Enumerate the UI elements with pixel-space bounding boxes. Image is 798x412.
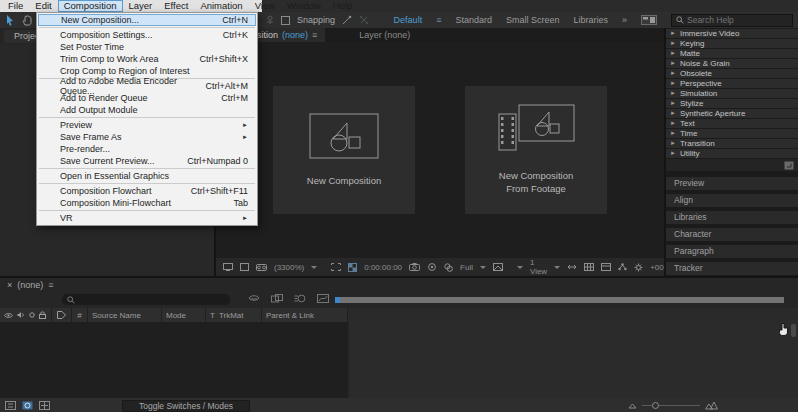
selection-tool-icon[interactable] bbox=[5, 15, 15, 26]
source-name-column[interactable]: Source Name bbox=[88, 308, 162, 322]
workspace-menu-icon[interactable]: ≡ bbox=[436, 15, 441, 25]
menu-item[interactable]: Add Output Module bbox=[37, 104, 257, 116]
effects-category-row[interactable]: ►Keying bbox=[666, 39, 798, 48]
time-ruler-area[interactable] bbox=[348, 308, 798, 322]
effects-category-row[interactable]: ►Transition bbox=[666, 139, 798, 148]
time-navigator[interactable] bbox=[335, 297, 784, 303]
menu-item[interactable]: Pre-render... bbox=[37, 143, 257, 155]
workspace-small-screen[interactable]: Small Screen bbox=[506, 15, 560, 25]
panel-flyout-icon[interactable] bbox=[784, 161, 794, 170]
panel-header-libraries[interactable]: Libraries bbox=[666, 211, 798, 224]
snap-options-icon[interactable] bbox=[342, 15, 352, 25]
effects-category-row[interactable]: ►Obsolete bbox=[666, 69, 798, 78]
expand-transfer-controls-icon[interactable] bbox=[22, 401, 33, 410]
menu-item[interactable]: VR► bbox=[37, 212, 257, 224]
toggle-switches-modes-button[interactable]: Toggle Switches / Modes bbox=[122, 400, 250, 412]
av-features-column[interactable] bbox=[0, 308, 52, 322]
effects-category-row[interactable]: ►Simulation bbox=[666, 89, 798, 98]
panel-menu-icon[interactable]: ≡ bbox=[312, 28, 317, 42]
menu-item[interactable]: Set Poster Time bbox=[37, 41, 257, 53]
workspace-default[interactable]: Default bbox=[394, 15, 423, 25]
menubar-item-animation[interactable]: Animation bbox=[194, 0, 248, 12]
expand-arrow-icon[interactable]: ► bbox=[670, 59, 676, 68]
menu-item[interactable]: Composition FlowchartCtrl+Shift+F11 bbox=[37, 185, 257, 197]
trkmat-column[interactable]: T TrkMat bbox=[206, 308, 262, 322]
expand-arrow-icon[interactable]: ► bbox=[670, 99, 676, 108]
exposure-gear-icon[interactable] bbox=[634, 263, 643, 272]
panel-header-align[interactable]: Align bbox=[666, 194, 798, 207]
stereo-glasses-icon[interactable] bbox=[256, 264, 267, 271]
view-layout-caret-icon[interactable] bbox=[517, 266, 523, 269]
fast-previews-icon[interactable] bbox=[493, 263, 503, 271]
effects-category-row[interactable]: ►Perspective bbox=[666, 79, 798, 88]
view-count-caret-icon[interactable] bbox=[554, 266, 560, 269]
expand-in-out-icon[interactable] bbox=[39, 401, 50, 410]
resolution-caret-icon[interactable] bbox=[480, 266, 486, 269]
pixel-aspect-icon[interactable] bbox=[567, 263, 577, 271]
expand-arrow-icon[interactable]: ► bbox=[670, 29, 676, 38]
expand-arrow-icon[interactable]: ► bbox=[670, 79, 676, 88]
resolution-value[interactable]: Full bbox=[460, 263, 473, 272]
timeline-tab-label[interactable]: (none) bbox=[17, 280, 43, 290]
menubar-item-edit[interactable]: Edit bbox=[29, 0, 57, 12]
zoom-level-value[interactable]: (3300%) bbox=[274, 263, 304, 272]
timeline-panel-menu-icon[interactable]: ≡ bbox=[48, 280, 53, 290]
panel-header-preview[interactable]: Preview bbox=[666, 177, 798, 190]
menu-item[interactable]: Save Current Preview...Ctrl+Numpad 0 bbox=[37, 155, 257, 167]
menubar-item-layer[interactable]: Layer bbox=[123, 0, 159, 12]
new-composition-from-footage-card[interactable]: New Composition From Footage bbox=[465, 86, 607, 214]
workspace-libraries[interactable]: Libraries bbox=[573, 15, 608, 25]
effects-category-row[interactable]: ►Text bbox=[666, 119, 798, 128]
timeline-tab-close-icon[interactable]: × bbox=[7, 280, 12, 290]
magnification-icon[interactable] bbox=[240, 263, 249, 271]
menubar-item-effect[interactable]: Effect bbox=[158, 0, 194, 12]
effects-category-row[interactable]: ►Noise & Grain bbox=[666, 59, 798, 68]
track-area[interactable] bbox=[349, 322, 798, 398]
menubar-item-view[interactable]: View bbox=[249, 0, 281, 12]
grid-guides-icon[interactable] bbox=[584, 263, 594, 271]
parent-link-column[interactable]: Parent & Link bbox=[262, 308, 348, 322]
expand-arrow-icon[interactable]: ► bbox=[670, 109, 676, 118]
channels-icon[interactable] bbox=[444, 263, 453, 272]
zoom-slider-knob[interactable] bbox=[652, 402, 659, 409]
help-search-input[interactable] bbox=[687, 15, 788, 25]
zoom-level-caret-icon[interactable] bbox=[311, 266, 317, 269]
expand-arrow-icon[interactable]: ► bbox=[670, 69, 676, 78]
new-composition-card[interactable]: New Composition bbox=[273, 86, 415, 214]
effects-category-row[interactable]: ►Matte bbox=[666, 49, 798, 58]
expand-arrow-icon[interactable]: ► bbox=[670, 139, 676, 148]
horizontal-scrollbar[interactable] bbox=[340, 297, 784, 303]
flowchart-icon[interactable] bbox=[618, 263, 627, 271]
zoom-slider-track[interactable] bbox=[642, 405, 700, 406]
label-column[interactable] bbox=[52, 308, 72, 322]
panel-header-paragraph[interactable]: Paragraph bbox=[666, 245, 798, 258]
expand-arrow-icon[interactable]: ► bbox=[670, 49, 676, 58]
always-preview-icon[interactable] bbox=[223, 263, 233, 271]
menubar-item-window[interactable]: Window bbox=[281, 0, 327, 12]
effects-category-row[interactable]: ►Utility bbox=[666, 149, 798, 158]
menu-item[interactable]: Open in Essential Graphics bbox=[37, 170, 257, 182]
graph-editor-icon[interactable] bbox=[317, 294, 329, 303]
effects-category-row[interactable]: ►Stylize bbox=[666, 99, 798, 108]
menu-item[interactable]: Save Frame As► bbox=[37, 131, 257, 143]
menu-item[interactable]: Composition Settings...Ctrl+K bbox=[37, 29, 257, 41]
timeline-button-icon[interactable] bbox=[601, 263, 611, 271]
menubar-item-composition[interactable]: Composition bbox=[58, 0, 123, 12]
timeline-search-input[interactable] bbox=[78, 294, 225, 305]
menu-item[interactable]: Preview► bbox=[37, 119, 257, 131]
current-time-value[interactable]: 0:00:00:00 bbox=[364, 263, 402, 272]
layer-list-area[interactable] bbox=[0, 322, 348, 398]
expand-arrow-icon[interactable]: ► bbox=[670, 149, 676, 158]
workspace-standard[interactable]: Standard bbox=[455, 15, 492, 25]
snap-grid-icon[interactable] bbox=[359, 15, 369, 25]
menu-item[interactable]: Add to Render QueueCtrl+M bbox=[37, 92, 257, 104]
view-layout-value[interactable]: 1 View bbox=[530, 258, 547, 276]
frame-blending-icon[interactable] bbox=[271, 294, 283, 303]
effects-category-row[interactable]: ►Time bbox=[666, 129, 798, 138]
panel-header-tracker[interactable]: Tracker bbox=[666, 262, 798, 275]
expand-layer-switches-icon[interactable] bbox=[5, 401, 16, 410]
menu-item[interactable]: New Composition...Ctrl+N bbox=[38, 14, 256, 26]
snapping-checkbox[interactable] bbox=[281, 16, 290, 25]
tab-layer[interactable]: Layer (none) bbox=[351, 28, 418, 42]
show-snapshot-icon[interactable] bbox=[427, 263, 437, 271]
